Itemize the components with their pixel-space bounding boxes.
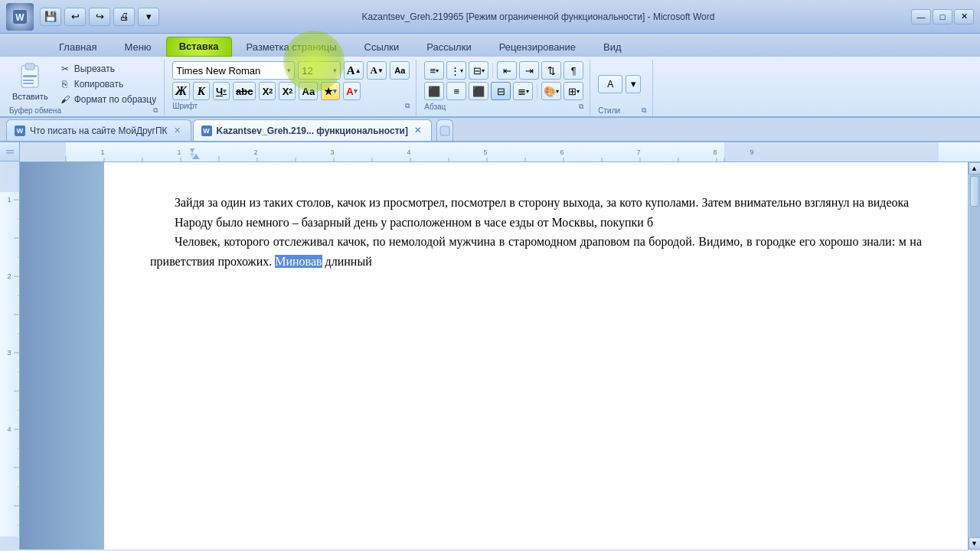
subscript-button[interactable]: X2 (259, 82, 276, 100)
doc-tab-2[interactable]: W Kazantsev_Greh.219... функциональности… (193, 119, 432, 141)
svg-text:2: 2 (253, 148, 257, 156)
tab-insert[interactable]: Вставка (166, 37, 232, 57)
para-divider1 (492, 63, 493, 78)
copy-icon: ⎘ (59, 78, 71, 90)
font-color-dropdown-arrow: ▾ (354, 87, 358, 95)
style-normal-button[interactable]: A (598, 75, 622, 93)
maximize-button[interactable]: □ (933, 9, 952, 24)
paste-button[interactable]: Вставить (9, 61, 51, 106)
doc-tab-2-icon: W (201, 126, 212, 136)
paragraph-label: Абзац (424, 103, 446, 111)
highlight-color-button[interactable]: ★ ▾ (321, 82, 340, 100)
tab-review[interactable]: Рецензирование (486, 37, 589, 57)
print-button[interactable]: 🖨 (113, 8, 135, 26)
align-left-button[interactable]: ⬛ (424, 82, 444, 100)
ruler-vertical: 1 2 3 4 (0, 161, 20, 549)
tab-home[interactable]: Главная (46, 37, 109, 57)
clear-formatting-button[interactable]: Aa (390, 61, 410, 80)
svg-text:8: 8 (713, 148, 717, 156)
bullet-list-button[interactable]: ≡▾ (424, 61, 444, 80)
styles-expand-icon[interactable]: ⧉ (642, 106, 646, 115)
strikethrough-button[interactable]: abc (233, 82, 256, 100)
paste-label: Вставить (12, 92, 48, 101)
shading-button[interactable]: 🎨▾ (541, 82, 561, 100)
align-center-button[interactable]: ≡ (446, 82, 466, 100)
doc-tab-2-close[interactable]: ✕ (413, 126, 423, 136)
doc-page-area[interactable]: Зайдя за один из таких столов, качок из … (104, 162, 968, 549)
numbered-list-button[interactable]: ⋮▾ (446, 61, 466, 80)
increase-indent-button[interactable]: ⇥ (519, 61, 539, 80)
tab-view[interactable]: Вид (590, 37, 635, 57)
scrollbar-thumb[interactable] (970, 176, 979, 207)
paragraph-expand-icon[interactable]: ⧉ (579, 103, 583, 111)
redo-button[interactable]: ↪ (89, 8, 110, 26)
tab-menu[interactable]: Меню (111, 37, 164, 57)
content-row: Зайдя за один из таких столов, качок из … (20, 162, 980, 549)
close-button[interactable]: ✕ (954, 9, 974, 24)
doc-tab-1-close[interactable]: ✕ (172, 126, 183, 136)
tab-mailings[interactable]: Рассылки (413, 37, 484, 57)
clipboard-expand-icon[interactable]: ⧉ (153, 106, 158, 115)
svg-rect-7 (440, 126, 449, 135)
svg-text:9: 9 (750, 148, 753, 156)
bold-button[interactable]: Ж (172, 82, 190, 100)
superscript-button[interactable]: X2 (279, 82, 296, 100)
font-color-button[interactable]: А ▾ (343, 82, 360, 100)
sort-button[interactable]: ⇅ (541, 61, 561, 80)
show-formatting-button[interactable]: ¶ (564, 61, 583, 80)
cut-button[interactable]: ✂ Вырезать (57, 62, 158, 76)
svg-text:W: W (15, 12, 24, 23)
svg-rect-5 (23, 80, 34, 81)
scrollbar-track[interactable] (969, 174, 980, 537)
svg-rect-4 (23, 75, 37, 77)
svg-text:1: 1 (177, 148, 181, 156)
decrease-indent-button[interactable]: ⇤ (497, 61, 517, 80)
align-justify-button[interactable]: ⊟ (491, 82, 511, 100)
svg-text:4: 4 (7, 425, 11, 433)
quick-access-dropdown[interactable]: ▾ (138, 8, 159, 26)
scroll-down-button[interactable]: ▼ (969, 537, 981, 549)
svg-text:2: 2 (7, 272, 11, 280)
scroll-up-button[interactable]: ▲ (969, 162, 981, 174)
underline-button[interactable]: Ч ▾ (213, 82, 230, 100)
paragraph-group: ≡▾ ⋮▾ ⊟▾ ⇤ ⇥ ⇅ ¶ ⬛ ≡ ⬛ ⊟ ≣▾ 🎨▾ ⊞▾ Абзац … (418, 60, 590, 116)
para-divider2 (537, 83, 537, 99)
ruler-corner[interactable] (0, 142, 20, 161)
styles-group-bottom: Стили ⧉ (598, 106, 646, 115)
document-tabs: W Что писать на сайте МойДругПК ✕ W Kaza… (0, 118, 980, 142)
tab-page-layout[interactable]: Разметка страницы (234, 37, 350, 57)
font-shrink-button[interactable]: A▼ (367, 61, 387, 80)
ruler-container: 1 2 3 4 (0, 142, 20, 549)
line-spacing-button[interactable]: ≣▾ (513, 82, 533, 100)
multilevel-list-button[interactable]: ⊟▾ (469, 61, 488, 80)
highlight-dropdown-arrow: ▾ (333, 87, 337, 95)
font-name-select[interactable]: Times New Roman ▾ (172, 61, 295, 80)
borders-button[interactable]: ⊞▾ (564, 82, 583, 100)
para-row1: ≡▾ ⋮▾ ⊟▾ ⇤ ⇥ ⇅ ¶ (424, 61, 583, 80)
save-button[interactable]: 💾 (40, 8, 61, 26)
svg-rect-12 (0, 536, 20, 549)
svg-text:4: 4 (407, 148, 410, 156)
format-painter-button[interactable]: 🖌 Формат по образцу (57, 93, 158, 106)
copy-button[interactable]: ⎘ Копировать (57, 77, 158, 91)
undo-button[interactable]: ↩ (64, 8, 86, 26)
font-size-select[interactable]: 12 ▾ (298, 61, 341, 80)
document-page[interactable]: Зайдя за один из таких столов, качок из … (104, 162, 968, 549)
align-right-button[interactable]: ⬛ (469, 82, 488, 100)
new-tab-button[interactable] (436, 119, 453, 141)
italic-button[interactable]: К (193, 82, 210, 100)
font-expand-icon[interactable]: ⧉ (405, 102, 410, 110)
font-row1: Times New Roman ▾ 12 ▾ A▲ A▼ Aa (172, 61, 410, 80)
case-button[interactable]: Аа (299, 82, 318, 100)
styles-group: A ▾ Стили ⧉ (592, 60, 653, 116)
doc-paragraph-2: Народу было немного – базарный день у ра… (150, 213, 922, 233)
styles-label: Стили (598, 106, 620, 115)
tab-references[interactable]: Ссылки (351, 37, 413, 57)
doc-tab-1[interactable]: W Что писать на сайте МойДругПК ✕ (6, 119, 191, 141)
styles-dropdown-button[interactable]: ▾ (626, 75, 641, 93)
svg-rect-8 (6, 150, 14, 152)
clipboard-content: Вставить ✂ Вырезать ⎘ Копировать 🖌 Форма… (9, 61, 158, 106)
svg-text:6: 6 (560, 148, 564, 156)
font-grow-button[interactable]: A▲ (344, 61, 364, 80)
minimize-button[interactable]: — (911, 9, 931, 24)
